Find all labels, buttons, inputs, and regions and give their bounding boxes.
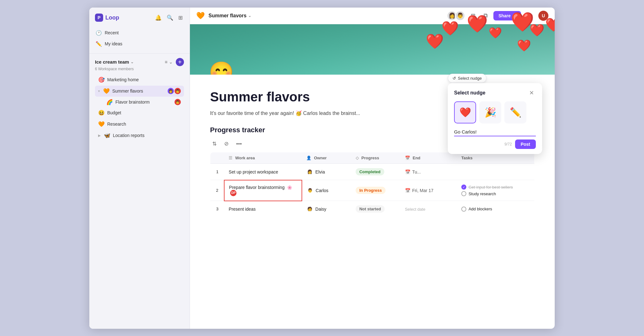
budget-icon: 😆 <box>98 110 105 116</box>
more-button[interactable]: ••• <box>524 11 535 20</box>
col-tasks-label: Tasks <box>461 156 473 160</box>
more-options-button[interactable]: ••• <box>234 140 244 148</box>
check-undone-3 <box>461 207 466 212</box>
summer-flavors-label: Summer flavors <box>112 88 165 94</box>
nudge-option-pencil[interactable]: ✏️ <box>504 101 526 123</box>
owner-avatar-1: 👩 <box>306 168 313 175</box>
sidebar-nav-recent-label: Recent <box>105 30 119 35</box>
loop-logo-icon: P <box>95 14 103 22</box>
nudge-close-button[interactable]: ✕ <box>527 89 536 97</box>
nudge-post-button[interactable]: Post <box>515 140 536 149</box>
nudge-popup-header: Select nudge ✕ <box>454 89 536 97</box>
select-nudge-trigger[interactable]: ↺ Select nudge <box>448 74 486 83</box>
owner-avatar-2: 👨 <box>307 187 314 194</box>
search-button[interactable]: 🔍 <box>165 13 175 22</box>
location-reports-label: Location reports <box>113 133 181 138</box>
sidebar-item-recent[interactable]: 🕐 Recent <box>92 27 186 38</box>
progress-cell-2[interactable]: In Progress <box>351 180 401 201</box>
date-icon-2: 📅 <box>405 188 410 193</box>
progress-table: ☰ Work area 👤 Owner ◇ Progress <box>210 152 535 217</box>
nudge-popup: Select nudge ✕ ❤️ 🎉 ✏️ 9/72 Post <box>448 83 542 154</box>
work-area-header-icon: ☰ <box>229 156 232 160</box>
owner-avatar-3: 🧑 <box>306 206 313 213</box>
banner-overlay <box>190 24 555 75</box>
copy-button[interactable]: ⧉ <box>481 11 490 20</box>
col-header-num <box>210 152 225 164</box>
date-value-2: Fri, Mar 17 <box>412 188 434 193</box>
filter-button[interactable]: ⊘ <box>222 139 231 148</box>
sidebar-item-marketing-home[interactable]: 🎯 Marketing home <box>95 74 184 85</box>
sidebar: P Loop 🔔 🔍 ⊞ 🕐 Recent ✏️ My ideas Ice <box>89 8 190 329</box>
progress-cell-3[interactable]: Not started <box>351 201 401 217</box>
workspace-title: Ice cream team ⌄ <box>95 59 134 65</box>
notification-button[interactable]: 🔔 <box>154 13 163 22</box>
user-avatar[interactable]: U <box>538 11 548 21</box>
end-cell-2[interactable]: 📅 Fri, Mar 17 <box>401 180 457 201</box>
nudge-input[interactable] <box>454 128 536 136</box>
flavor-brainstorm-label: Flavor brainstorm <box>115 100 172 105</box>
progress-cell-1[interactable]: Completed <box>351 164 401 180</box>
end-cell-1[interactable]: 📅 Tu... <box>401 164 457 180</box>
nudge-input-row <box>454 128 536 136</box>
checklist-item-3: Add blockers <box>461 207 530 212</box>
workspace-sort-button[interactable]: ≡ ⌄ <box>163 59 175 65</box>
avatar-1: 👩 <box>168 88 174 94</box>
sort-button[interactable]: ⇅ <box>210 139 219 148</box>
date-icon-1: 📅 <box>405 169 410 174</box>
owner-name-1: Elvia <box>315 169 325 174</box>
my-ideas-icon: ✏️ <box>96 41 102 47</box>
sidebar-workspace-section: Ice cream team ⌄ ≡ ⌄ + 6 Workspace membe… <box>89 53 190 143</box>
research-icon: 🧡 <box>98 121 105 128</box>
dp-badge: DP <box>230 190 236 196</box>
workspace-members: 6 Workspace members <box>95 67 184 71</box>
work-area-cell-2[interactable]: Prepare flavor brainstorming 🌸 DP <box>224 180 302 201</box>
share-button[interactable]: Share ⌄ <box>493 11 521 20</box>
progress-header-icon: ◇ <box>356 156 359 160</box>
sidebar-item-budget[interactable]: 😆 Budget <box>95 107 184 118</box>
workspace-actions: ≡ ⌄ + <box>163 58 184 66</box>
flavor-brainstorm-avatars: 👨 <box>175 99 181 105</box>
owner-name-3: Daisy <box>315 207 326 212</box>
col-header-tasks: Tasks <box>457 152 535 164</box>
work-area-cell-3[interactable]: Present ideas <box>224 201 302 217</box>
end-cell-3[interactable]: Select date <box>401 201 457 217</box>
sidebar-item-summer-flavors[interactable]: ▾ 🧡 Summer flavors 👩 👨 <box>95 86 184 97</box>
layout-button[interactable]: ⊞ <box>177 13 184 22</box>
status-badge-1: Completed <box>356 168 384 175</box>
nudge-input-footer: 9/72 Post <box>454 140 536 149</box>
sidebar-item-location-reports[interactable]: ▶ 🦋 Location reports <box>95 130 184 141</box>
tasks-cell-1 <box>457 164 535 180</box>
topbar: 🧡 Summer flavors ⌄ 👩 👨 ⊞ ⧉ Share ⌄ ••• U <box>190 8 555 24</box>
sidebar-workspace-header: Ice cream team ⌄ ≡ ⌄ + <box>95 58 184 66</box>
nudge-option-party[interactable]: 🎉 <box>479 101 501 123</box>
loop-logo: P Loop <box>95 14 119 22</box>
sidebar-item-flavor-brainstorm[interactable]: 🌈 Flavor brainstorm 👨 <box>95 97 184 107</box>
sidebar-item-research[interactable]: 🧡 Research <box>95 119 184 130</box>
topbar-right: 👩 👨 ⊞ ⧉ Share ⌄ ••• U <box>447 11 548 21</box>
workspace-add-button[interactable]: + <box>176 58 184 66</box>
location-reports-chevron-icon: ▶ <box>98 134 101 138</box>
sidebar-nav-my-ideas-label: My ideas <box>105 41 122 46</box>
sidebar-header: P Loop 🔔 🔍 ⊞ <box>89 8 190 26</box>
checklist-text-1: Get input for best sellers <box>469 185 513 190</box>
tasks-cell-2: ✓ Get input for best sellers Study resea… <box>457 180 535 201</box>
apps-button[interactable]: ⊞ <box>468 11 478 21</box>
work-area-cell-1[interactable]: Set up project workspace <box>224 164 302 180</box>
avatar-2: 👨 <box>175 88 181 94</box>
table-header-row: ☰ Work area 👤 Owner ◇ Progress <box>210 152 535 164</box>
owner-header-icon: 👤 <box>306 156 311 160</box>
sidebar-item-my-ideas[interactable]: ✏️ My ideas <box>92 38 186 49</box>
col-end-label: End <box>413 156 420 160</box>
sidebar-actions: 🔔 🔍 ⊞ <box>154 13 184 22</box>
workspace-name: Ice cream team <box>95 59 129 65</box>
nudge-char-count: 9/72 <box>504 142 512 146</box>
location-reports-icon: 🦋 <box>104 132 110 139</box>
row-num-3: 3 <box>210 201 225 217</box>
research-label: Research <box>107 122 181 127</box>
page-content: 😊 Summer flavors It's our favorite time … <box>190 24 555 329</box>
row-num-2: 2 <box>210 180 225 201</box>
topbar-title: Summer flavors ⌄ <box>208 13 251 19</box>
table-row: 1 Set up project workspace 👩 Elvia Compl… <box>210 164 535 180</box>
tasks-cell-3: Add blockers <box>457 201 535 217</box>
nudge-option-heart[interactable]: ❤️ <box>454 101 476 123</box>
